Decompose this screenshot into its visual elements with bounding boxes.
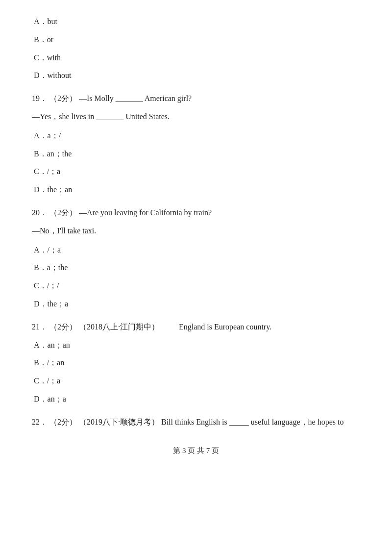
q22-points: （2分） — [49, 418, 77, 426]
q21-text: 21． （2分） （2018八上·江门期中） England is Europe… — [32, 320, 360, 334]
page-number: 第 3 页 共 7 页 — [173, 447, 219, 454]
option-c-with: C．with — [32, 51, 360, 65]
q21-option-a: A．an；an — [32, 338, 360, 353]
q21-source: （2018八上·江门期中） — [79, 323, 159, 331]
q21-option-c: C．/；a — [32, 374, 360, 388]
option-b-or: B．or — [32, 33, 360, 47]
q21-points: （2分） — [49, 323, 77, 331]
q19-option-c: C．/；a — [32, 165, 360, 179]
q20-option-b: B．a；the — [32, 261, 360, 275]
q20-number: 20． — [32, 208, 48, 217]
q22-number: 22． — [32, 418, 48, 426]
q19-number: 19． — [32, 94, 48, 102]
q22-text: 22． （2分） （2019八下·顺德月考） Bill thinks Engli… — [32, 415, 360, 429]
q22-question: Bill thinks English is _____ useful lang… — [161, 418, 343, 426]
q19-option-d: D．the；an — [32, 183, 360, 197]
q20-text: 20． （2分） —Are you leaving for California… — [32, 206, 360, 220]
q19-question1: —Is Molly _______ American girl? — [79, 94, 192, 102]
q20-question2: —No，I'll take taxi. — [32, 224, 360, 238]
q19-question2: —Yes，she lives in _______ United States. — [32, 110, 360, 124]
option-a-but: A．but — [32, 15, 360, 29]
option-d-without: D．without — [32, 69, 360, 83]
q21-option-d: D．an；a — [32, 392, 360, 406]
q22-source: （2019八下·顺德月考） — [79, 418, 159, 426]
page-footer: 第 3 页 共 7 页 — [32, 444, 360, 457]
q20-option-c: C．/；/ — [32, 279, 360, 293]
q21-option-b: B．/；an — [32, 356, 360, 370]
q20-option-a: A．/；a — [32, 243, 360, 257]
q20-option-d: D．the；a — [32, 297, 360, 311]
q19-option-a: A．a；/ — [32, 129, 360, 143]
q19-points: （2分） — [49, 94, 77, 102]
q19-text: 19． （2分） —Is Molly _______ American girl… — [32, 92, 360, 106]
q21-number: 21． — [32, 323, 48, 331]
q20-points: （2分） — [49, 208, 77, 217]
q20-question1: —Are you leaving for California by train… — [79, 208, 212, 217]
q21-question: England is European country. — [179, 323, 271, 331]
q19-option-b: B．an；the — [32, 147, 360, 161]
